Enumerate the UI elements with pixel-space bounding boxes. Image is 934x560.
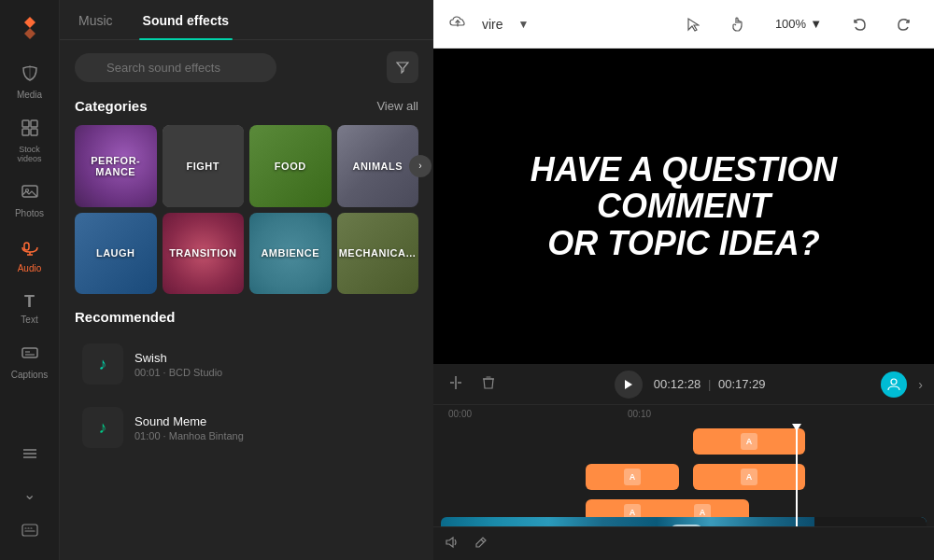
- category-label-performance: PERFOR-MANCE: [75, 125, 157, 207]
- svg-rect-1: [31, 120, 37, 127]
- canvas-area: Ratio HAVE A QUESTIONCOMMENTOR TOPIC IDE…: [433, 49, 934, 364]
- categories-row-2: LAUGH TRANSITION AMBIENCE MECHANICA…: [75, 213, 418, 295]
- sound-item-sound-meme[interactable]: ♪ Sound Meme 01:00 · Manhoa Bintang: [75, 398, 418, 457]
- category-card-fight[interactable]: FIGHT: [163, 125, 245, 207]
- cloud-icon: [448, 14, 467, 34]
- hand-tool-button[interactable]: [723, 9, 753, 39]
- avatar-icon: [881, 371, 907, 398]
- timeline-toolbar: 00:12:28 | 00:17:29 ›: [433, 364, 934, 405]
- category-label-transition: TRANSITION: [163, 213, 245, 295]
- timeline-area: 00:12:28 | 00:17:29 › 00:00 00:10: [433, 364, 934, 560]
- segment-icon: A: [741, 469, 757, 485]
- playhead-triangle: [792, 424, 801, 431]
- category-label-animals: ANIMALS: [337, 125, 419, 207]
- filter-button[interactable]: [387, 51, 418, 83]
- category-card-transition[interactable]: TRANSITION: [163, 213, 245, 295]
- photos-icon: [21, 182, 39, 205]
- undo-button[interactable]: [844, 9, 874, 39]
- view-all-button[interactable]: View all: [376, 99, 418, 113]
- category-card-ambience[interactable]: AMBIENCE: [249, 213, 332, 295]
- timeline-ruler: 00:00 00:10: [441, 405, 927, 422]
- sidebar-item-label: Captions: [11, 370, 48, 380]
- tab-sound-effects[interactable]: Sound effects: [139, 0, 234, 39]
- sidebar-item-label: Audio: [18, 263, 42, 273]
- sidebar-item-audio[interactable]: Audio: [4, 230, 56, 281]
- sidebar-item-media[interactable]: Media: [4, 56, 56, 107]
- timeline-expand-button[interactable]: ›: [918, 377, 923, 392]
- sound-name: Sound Meme: [134, 414, 244, 428]
- media-icon: [21, 63, 39, 87]
- svg-point-30: [891, 379, 897, 385]
- search-row: [75, 51, 418, 83]
- sidebar-item-expand[interactable]: ⌄: [4, 478, 56, 511]
- tab-music[interactable]: Music: [75, 0, 117, 39]
- bg-video-track[interactable]: [441, 517, 927, 526]
- zoom-button[interactable]: 100% ▼: [768, 13, 829, 35]
- category-card-food[interactable]: FOOD: [249, 125, 332, 207]
- segment-icon: A: [741, 433, 757, 450]
- search-input[interactable]: [75, 53, 276, 82]
- delete-button[interactable]: [478, 371, 499, 398]
- note-icon: ♪: [99, 418, 107, 438]
- chevron-down-icon: ⌄: [23, 485, 35, 503]
- settings-icon: [21, 445, 38, 467]
- svg-rect-3: [31, 129, 37, 135]
- svg-line-31: [481, 539, 484, 542]
- category-card-laugh[interactable]: LAUGH: [75, 213, 157, 295]
- dropdown-arrow-icon[interactable]: ▼: [518, 18, 530, 31]
- sidebar-item-label: Media: [17, 90, 42, 100]
- sidebar-item-settings[interactable]: [4, 438, 56, 474]
- category-label-laugh: LAUGH: [75, 213, 157, 295]
- categories-next-arrow[interactable]: ›: [409, 155, 432, 177]
- svg-rect-0: [22, 120, 29, 127]
- panel-content: Categories View all PERFOR-MANCE FIGHT F…: [60, 40, 433, 560]
- svg-rect-6: [24, 243, 29, 250]
- sidebar-item-text[interactable]: T Text: [4, 285, 56, 332]
- category-card-performance[interactable]: PERFOR-MANCE: [75, 125, 157, 207]
- category-label-food: FOOD: [249, 125, 332, 207]
- sound-meta: 01:00 · Manhoa Bintang: [134, 430, 244, 441]
- segment-icon: A: [624, 469, 641, 485]
- sound-item-swish[interactable]: ♪ Swish 00:01 · BCD Studio: [75, 334, 418, 394]
- audio-panel: Music Sound effects Categories: [60, 0, 433, 560]
- category-card-animals[interactable]: ANIMALS: [337, 125, 419, 207]
- categories-row-1: PERFOR-MANCE FIGHT FOOD ANIMALS ›: [75, 125, 418, 207]
- category-label-ambience: AMBIENCE: [249, 213, 332, 295]
- svg-rect-9: [22, 348, 37, 357]
- svg-rect-15: [22, 525, 37, 536]
- categories-header: Categories View all: [75, 98, 418, 114]
- cursor-tool-button[interactable]: [678, 9, 708, 39]
- category-label-fight: FIGHT: [163, 125, 245, 207]
- sidebar-item-stock[interactable]: Stockvideos: [4, 111, 56, 171]
- video-preview: HAVE A QUESTIONCOMMENTOR TOPIC IDEA?: [433, 49, 934, 364]
- text-icon: T: [24, 292, 35, 312]
- track-segment[interactable]: A: [693, 428, 805, 455]
- redo-button[interactable]: [889, 9, 919, 39]
- project-name: vire: [482, 17, 503, 32]
- video-text: HAVE A QUESTIONCOMMENTOR TOPIC IDEA?: [531, 151, 838, 262]
- volume-button[interactable]: [445, 536, 460, 553]
- svg-rect-2: [22, 129, 29, 135]
- sidebar-item-keyboard[interactable]: [4, 514, 56, 549]
- sidebar-item-captions[interactable]: Captions: [4, 336, 56, 387]
- timeline-tracks: 00:00 00:10 A A: [433, 405, 934, 526]
- split-tool-button[interactable]: [445, 371, 467, 398]
- timeline-bottom: [433, 526, 934, 560]
- track-segment[interactable]: A: [586, 464, 679, 490]
- sound-info-meme: Sound Meme 01:00 · Manhoa Bintang: [134, 414, 244, 441]
- sidebar-item-label: Photos: [15, 208, 44, 218]
- sidebar: Media Stockvideos Photos: [0, 0, 60, 560]
- recommended-title: Recommended: [75, 309, 418, 325]
- track-segment[interactable]: A: [693, 464, 805, 490]
- category-card-mechanical[interactable]: MECHANICA…: [337, 213, 419, 295]
- edit-button[interactable]: [474, 536, 488, 553]
- play-button[interactable]: [615, 371, 643, 399]
- sidebar-item-photos[interactable]: Photos: [4, 175, 56, 226]
- panel-tabs: Music Sound effects: [60, 0, 433, 40]
- track-row-1: A A: [441, 461, 927, 493]
- note-icon: ♪: [99, 355, 107, 374]
- captions-icon: [21, 343, 39, 367]
- sound-info-swish: Swish 00:01 · BCD Studio: [134, 351, 222, 378]
- sidebar-item-label: Stockvideos: [17, 145, 41, 163]
- time-display: 00:12:28 | 00:17:29: [654, 377, 766, 391]
